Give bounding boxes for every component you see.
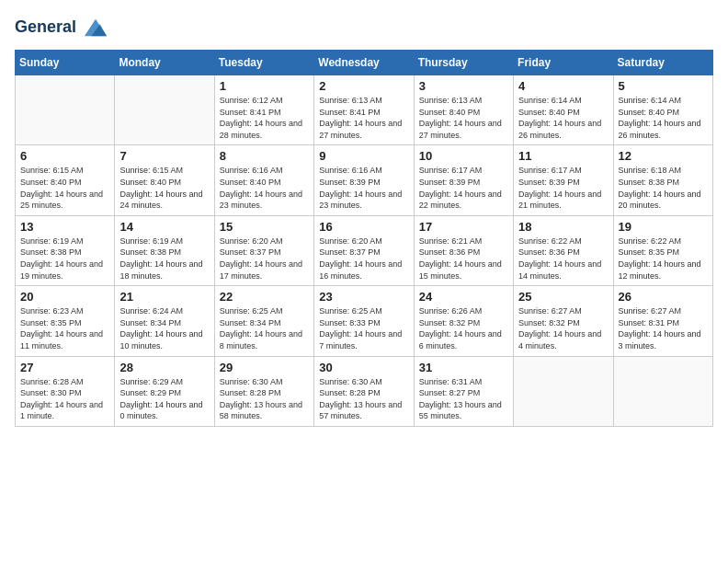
day-info: Sunrise: 6:30 AMSunset: 8:28 PMDaylight:… xyxy=(220,376,309,422)
calendar-header-saturday: Saturday xyxy=(613,51,712,75)
day-number: 30 xyxy=(319,361,408,374)
calendar-cell: 31Sunrise: 6:31 AMSunset: 8:27 PMDayligh… xyxy=(414,356,513,426)
day-info: Sunrise: 6:13 AMSunset: 8:41 PMDaylight:… xyxy=(319,95,408,141)
page-header: General xyxy=(15,15,713,40)
day-info: Sunrise: 6:26 AMSunset: 8:32 PMDaylight:… xyxy=(419,305,508,351)
day-number: 3 xyxy=(419,79,508,93)
day-number: 19 xyxy=(619,220,708,234)
day-info: Sunrise: 6:15 AMSunset: 8:40 PMDaylight:… xyxy=(20,165,109,211)
day-info: Sunrise: 6:20 AMSunset: 8:37 PMDaylight:… xyxy=(319,236,408,282)
day-number: 24 xyxy=(419,290,508,304)
calendar-cell: 1Sunrise: 6:12 AMSunset: 8:41 PMDaylight… xyxy=(214,75,313,145)
calendar-week-row: 6Sunrise: 6:15 AMSunset: 8:40 PMDaylight… xyxy=(16,145,713,215)
day-info: Sunrise: 6:31 AMSunset: 8:27 PMDaylight:… xyxy=(419,376,508,422)
calendar-cell: 19Sunrise: 6:22 AMSunset: 8:35 PMDayligh… xyxy=(613,215,712,285)
calendar-cell xyxy=(613,356,712,426)
day-info: Sunrise: 6:27 AMSunset: 8:32 PMDaylight:… xyxy=(518,305,608,351)
calendar-header-thursday: Thursday xyxy=(414,51,513,75)
calendar-cell: 20Sunrise: 6:23 AMSunset: 8:35 PMDayligh… xyxy=(16,286,115,356)
calendar-cell: 10Sunrise: 6:17 AMSunset: 8:39 PMDayligh… xyxy=(414,145,513,215)
calendar-header-monday: Monday xyxy=(115,51,214,75)
day-number: 20 xyxy=(20,290,109,304)
calendar-header-row: SundayMondayTuesdayWednesdayThursdayFrid… xyxy=(16,51,713,75)
day-info: Sunrise: 6:30 AMSunset: 8:28 PMDaylight:… xyxy=(319,376,408,422)
day-info: Sunrise: 6:14 AMSunset: 8:40 PMDaylight:… xyxy=(518,95,608,141)
day-info: Sunrise: 6:15 AMSunset: 8:40 PMDaylight:… xyxy=(119,165,209,211)
calendar-cell: 15Sunrise: 6:20 AMSunset: 8:37 PMDayligh… xyxy=(214,215,313,285)
day-number: 2 xyxy=(319,79,408,93)
day-info: Sunrise: 6:13 AMSunset: 8:40 PMDaylight:… xyxy=(419,95,508,141)
day-number: 15 xyxy=(220,220,309,234)
calendar-cell: 3Sunrise: 6:13 AMSunset: 8:40 PMDaylight… xyxy=(414,75,513,145)
day-number: 5 xyxy=(619,79,708,93)
calendar-week-row: 13Sunrise: 6:19 AMSunset: 8:38 PMDayligh… xyxy=(16,215,713,285)
calendar-cell: 27Sunrise: 6:28 AMSunset: 8:30 PMDayligh… xyxy=(16,356,115,426)
calendar-cell: 2Sunrise: 6:13 AMSunset: 8:41 PMDaylight… xyxy=(314,75,414,145)
day-number: 31 xyxy=(419,361,508,374)
day-info: Sunrise: 6:25 AMSunset: 8:33 PMDaylight:… xyxy=(319,305,408,351)
day-number: 7 xyxy=(119,149,209,163)
day-number: 29 xyxy=(220,361,309,374)
day-info: Sunrise: 6:27 AMSunset: 8:31 PMDaylight:… xyxy=(619,305,708,351)
day-info: Sunrise: 6:21 AMSunset: 8:36 PMDaylight:… xyxy=(419,236,508,282)
calendar-cell: 6Sunrise: 6:15 AMSunset: 8:40 PMDaylight… xyxy=(16,145,115,215)
calendar-cell: 26Sunrise: 6:27 AMSunset: 8:31 PMDayligh… xyxy=(613,286,712,356)
day-info: Sunrise: 6:14 AMSunset: 8:40 PMDaylight:… xyxy=(619,95,708,141)
calendar-cell: 25Sunrise: 6:27 AMSunset: 8:32 PMDayligh… xyxy=(514,286,613,356)
day-info: Sunrise: 6:25 AMSunset: 8:34 PMDaylight:… xyxy=(220,305,309,351)
day-number: 25 xyxy=(518,290,608,304)
day-number: 28 xyxy=(119,361,209,374)
calendar-header-friday: Friday xyxy=(514,51,613,75)
calendar-cell: 29Sunrise: 6:30 AMSunset: 8:28 PMDayligh… xyxy=(214,356,313,426)
day-info: Sunrise: 6:28 AMSunset: 8:30 PMDaylight:… xyxy=(20,376,109,422)
calendar-cell: 24Sunrise: 6:26 AMSunset: 8:32 PMDayligh… xyxy=(414,286,513,356)
day-number: 26 xyxy=(619,290,708,304)
day-info: Sunrise: 6:19 AMSunset: 8:38 PMDaylight:… xyxy=(119,236,209,282)
day-number: 12 xyxy=(619,149,708,163)
calendar-cell: 9Sunrise: 6:16 AMSunset: 8:39 PMDaylight… xyxy=(314,145,414,215)
calendar-header-tuesday: Tuesday xyxy=(214,51,313,75)
day-info: Sunrise: 6:19 AMSunset: 8:38 PMDaylight:… xyxy=(20,236,109,282)
calendar-cell: 13Sunrise: 6:19 AMSunset: 8:38 PMDayligh… xyxy=(16,215,115,285)
calendar-cell xyxy=(115,75,214,145)
calendar-cell: 18Sunrise: 6:22 AMSunset: 8:36 PMDayligh… xyxy=(514,215,613,285)
logo-text: General xyxy=(15,15,108,40)
calendar-cell: 12Sunrise: 6:18 AMSunset: 8:38 PMDayligh… xyxy=(613,145,712,215)
day-number: 4 xyxy=(518,79,608,93)
calendar-cell: 5Sunrise: 6:14 AMSunset: 8:40 PMDaylight… xyxy=(613,75,712,145)
day-info: Sunrise: 6:17 AMSunset: 8:39 PMDaylight:… xyxy=(419,165,508,211)
day-number: 11 xyxy=(518,149,608,163)
calendar-cell: 4Sunrise: 6:14 AMSunset: 8:40 PMDaylight… xyxy=(514,75,613,145)
calendar-table: SundayMondayTuesdayWednesdayThursdayFrid… xyxy=(15,50,713,427)
day-info: Sunrise: 6:17 AMSunset: 8:39 PMDaylight:… xyxy=(518,165,608,211)
day-info: Sunrise: 6:24 AMSunset: 8:34 PMDaylight:… xyxy=(119,305,209,351)
day-number: 17 xyxy=(419,220,508,234)
calendar-cell: 16Sunrise: 6:20 AMSunset: 8:37 PMDayligh… xyxy=(314,215,414,285)
calendar-cell: 22Sunrise: 6:25 AMSunset: 8:34 PMDayligh… xyxy=(214,286,313,356)
day-info: Sunrise: 6:20 AMSunset: 8:37 PMDaylight:… xyxy=(220,236,309,282)
day-number: 6 xyxy=(20,149,109,163)
day-number: 8 xyxy=(220,149,309,163)
day-number: 18 xyxy=(518,220,608,234)
page-container: General SundayMondayTuesdayWednesdayThur… xyxy=(0,0,728,436)
day-number: 23 xyxy=(319,290,408,304)
day-info: Sunrise: 6:16 AMSunset: 8:40 PMDaylight:… xyxy=(220,165,309,211)
calendar-cell: 11Sunrise: 6:17 AMSunset: 8:39 PMDayligh… xyxy=(514,145,613,215)
day-info: Sunrise: 6:22 AMSunset: 8:35 PMDaylight:… xyxy=(619,236,708,282)
day-info: Sunrise: 6:12 AMSunset: 8:41 PMDaylight:… xyxy=(220,95,309,141)
day-number: 14 xyxy=(119,220,209,234)
day-info: Sunrise: 6:23 AMSunset: 8:35 PMDaylight:… xyxy=(20,305,109,351)
calendar-header-wednesday: Wednesday xyxy=(314,51,414,75)
day-info: Sunrise: 6:22 AMSunset: 8:36 PMDaylight:… xyxy=(518,236,608,282)
calendar-cell xyxy=(514,356,613,426)
calendar-cell: 23Sunrise: 6:25 AMSunset: 8:33 PMDayligh… xyxy=(314,286,414,356)
calendar-week-row: 1Sunrise: 6:12 AMSunset: 8:41 PMDaylight… xyxy=(16,75,713,145)
day-number: 21 xyxy=(119,290,209,304)
calendar-header-sunday: Sunday xyxy=(16,51,115,75)
calendar-cell: 8Sunrise: 6:16 AMSunset: 8:40 PMDaylight… xyxy=(214,145,313,215)
day-number: 13 xyxy=(20,220,109,234)
calendar-cell: 28Sunrise: 6:29 AMSunset: 8:29 PMDayligh… xyxy=(115,356,214,426)
calendar-cell: 21Sunrise: 6:24 AMSunset: 8:34 PMDayligh… xyxy=(115,286,214,356)
calendar-cell: 17Sunrise: 6:21 AMSunset: 8:36 PMDayligh… xyxy=(414,215,513,285)
calendar-cell: 14Sunrise: 6:19 AMSunset: 8:38 PMDayligh… xyxy=(115,215,214,285)
